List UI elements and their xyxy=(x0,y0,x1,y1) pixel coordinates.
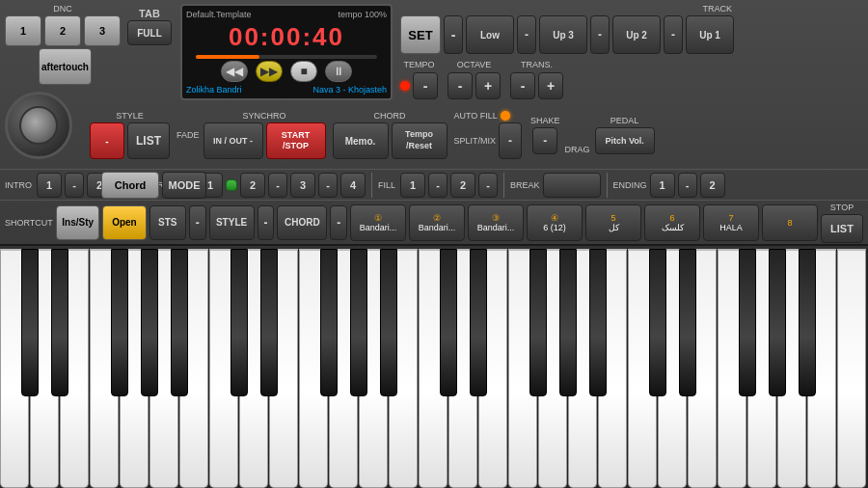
inout-button[interactable]: IN / OUT - xyxy=(203,122,263,159)
knob-inner xyxy=(19,106,58,145)
up1-button[interactable]: Up 1 xyxy=(686,15,734,54)
chord-shortcut-button[interactable]: CHORD xyxy=(277,205,327,240)
main-container: DNC 1 2 3 aftertouch TAB FULL Default.Te… xyxy=(0,0,868,488)
ins-sty-button[interactable]: Ins/Sty xyxy=(56,205,99,240)
trans-minus-button[interactable]: - xyxy=(510,72,535,99)
low-button[interactable]: Low xyxy=(466,15,514,54)
open-button[interactable]: Open xyxy=(102,205,146,240)
fill-minus-2[interactable]: - xyxy=(478,173,498,198)
track-4[interactable]: ④ 6 (12) xyxy=(527,204,583,241)
intro-minus-1[interactable]: - xyxy=(65,173,84,198)
track-5[interactable]: 5 کل xyxy=(585,204,641,241)
rewind-button[interactable]: ◀◀ xyxy=(221,61,248,82)
ending-btn-2[interactable]: 2 xyxy=(700,173,725,198)
black-key-3-4[interactable] xyxy=(769,249,786,396)
list-button[interactable]: LIST xyxy=(127,122,170,159)
octave-plus-button[interactable]: + xyxy=(475,72,501,99)
stop-button[interactable]: ■ xyxy=(290,61,317,82)
memo-button[interactable]: Memo. xyxy=(333,122,389,159)
black-key-3-5[interactable] xyxy=(799,249,816,396)
black-key-2-4[interactable] xyxy=(559,249,577,396)
chord-button[interactable]: Chord xyxy=(101,172,159,199)
up3-minus-button[interactable]: - xyxy=(590,15,610,54)
startstop-button[interactable]: START/STOP xyxy=(266,122,326,159)
trans-plus-button[interactable]: + xyxy=(538,72,563,99)
track-name-3: Bandari... xyxy=(477,223,515,232)
dnc-btn-1[interactable]: 1 xyxy=(5,15,41,46)
black-key-0-1[interactable] xyxy=(51,249,68,396)
black-key-2-5[interactable] xyxy=(589,249,607,396)
dnc-btn-2[interactable]: 2 xyxy=(44,15,81,46)
mode-button[interactable]: MODE xyxy=(162,172,206,199)
black-key-0-4[interactable] xyxy=(141,249,158,396)
black-key-0-5[interactable] xyxy=(171,249,188,396)
track-num-4: ④ xyxy=(551,213,558,223)
variation-led xyxy=(226,179,237,191)
aftertouch-button[interactable]: aftertouch xyxy=(39,48,92,85)
black-key-1-3[interactable] xyxy=(320,249,338,396)
track-name-7: HALA xyxy=(719,223,743,232)
set-row: SET - Low - Up 3 - Up 2 - Up 1 xyxy=(400,15,734,54)
style-shortcut-minus[interactable]: - xyxy=(258,205,275,240)
track-7[interactable]: 7 HALA xyxy=(703,204,759,241)
ending-minus[interactable]: - xyxy=(678,173,697,198)
ending-btn-1[interactable]: 1 xyxy=(650,173,675,198)
black-key-3-0[interactable] xyxy=(649,249,666,396)
variation-btn-4[interactable]: 4 xyxy=(340,173,366,198)
variation-btn-2[interactable]: 2 xyxy=(240,173,265,198)
sts-minus-button[interactable]: - xyxy=(189,205,206,240)
splitmix-minus-button[interactable]: - xyxy=(499,122,522,159)
track-8[interactable]: 8 xyxy=(762,204,818,241)
tab-label: TAB xyxy=(139,8,160,19)
fill-btn-2[interactable]: 2 xyxy=(450,173,475,198)
progress-fill xyxy=(196,55,259,59)
variation-minus-2[interactable]: - xyxy=(318,173,338,198)
intro-btn-1[interactable]: 1 xyxy=(37,173,62,198)
fill-minus-1[interactable]: - xyxy=(428,173,448,198)
main-knob[interactable] xyxy=(5,92,72,159)
style-shortcut-button[interactable]: STYLE xyxy=(209,205,255,240)
black-key-1-1[interactable] xyxy=(260,249,278,396)
black-key-1-4[interactable] xyxy=(350,249,367,396)
black-key-2-1[interactable] xyxy=(470,249,487,396)
black-key-3-1[interactable] xyxy=(679,249,696,396)
chord-shortcut-minus[interactable]: - xyxy=(330,205,347,240)
variation-btn-3[interactable]: 3 xyxy=(290,173,315,198)
white-key-28[interactable] xyxy=(837,249,866,488)
up2-button[interactable]: Up 2 xyxy=(612,15,661,54)
style-minus-button[interactable]: - xyxy=(90,122,124,159)
black-key-0-0[interactable] xyxy=(21,249,39,396)
up3-button[interactable]: Up 3 xyxy=(539,15,587,54)
black-key-3-3[interactable] xyxy=(739,249,756,396)
track-num-5: 5 xyxy=(611,213,616,223)
low-minus-button[interactable]: - xyxy=(517,15,536,54)
track-label: TRACK xyxy=(702,4,732,14)
full-button[interactable]: FULL xyxy=(127,20,172,45)
sts-button[interactable]: STS xyxy=(149,205,186,240)
pitchvol-button[interactable]: Pitch Vol. xyxy=(595,127,655,154)
break-button[interactable] xyxy=(543,173,601,198)
set-minus-button[interactable]: - xyxy=(444,15,463,54)
track-6[interactable]: 6 کلسک xyxy=(644,204,700,241)
black-key-2-3[interactable] xyxy=(529,249,547,396)
black-key-0-3[interactable] xyxy=(111,249,128,396)
up2-minus-button[interactable]: - xyxy=(664,15,683,54)
break-label: BREAK xyxy=(510,180,540,190)
variation-minus[interactable]: - xyxy=(268,173,287,198)
tempo-reset-button[interactable]: Tempo/Reset xyxy=(392,122,448,159)
black-key-2-0[interactable] xyxy=(440,249,457,396)
octave-minus-button[interactable]: - xyxy=(448,72,473,99)
stop-list-button[interactable]: LIST xyxy=(821,214,863,243)
black-key-1-5[interactable] xyxy=(380,249,397,396)
play-button[interactable]: ▶▶ xyxy=(256,61,283,82)
black-key-1-0[interactable] xyxy=(231,249,248,396)
tempo-minus-button[interactable]: - xyxy=(413,72,438,99)
track-1[interactable]: ① Bandari... xyxy=(350,204,406,241)
set-button[interactable]: SET xyxy=(400,15,441,54)
shake-minus-button[interactable]: - xyxy=(532,127,557,154)
track-3[interactable]: ③ Bandari... xyxy=(468,204,524,241)
pause-button[interactable]: ⏸ xyxy=(325,61,352,82)
fill-btn-1[interactable]: 1 xyxy=(400,173,425,198)
track-2[interactable]: ② Bandari... xyxy=(409,204,465,241)
dnc-btn-3[interactable]: 3 xyxy=(84,15,121,46)
